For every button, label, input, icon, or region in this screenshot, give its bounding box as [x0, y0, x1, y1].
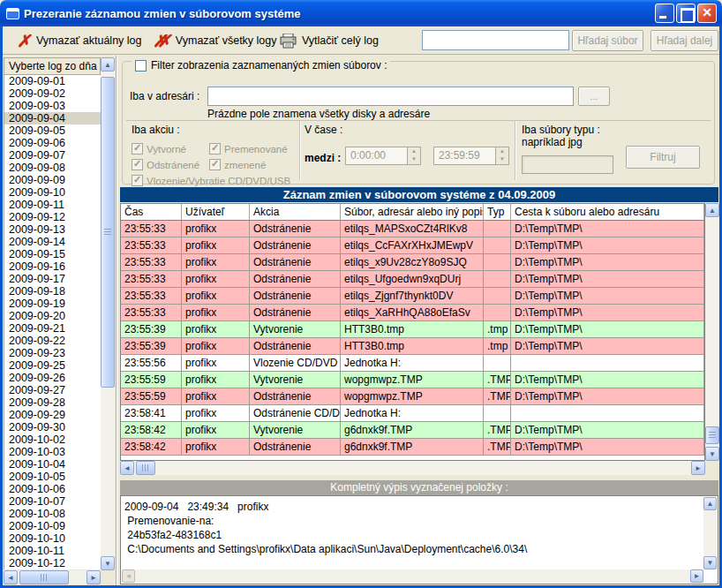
sidebar-date-item[interactable]: 2009-09-09 [4, 174, 101, 186]
table-row[interactable]: 23:55:56 profikx Vlozenie CD/DVD do Jedn… [121, 355, 704, 372]
scroll-down-icon[interactable]: ▼ [705, 447, 719, 461]
sidebar-date-item[interactable]: 2009-09-06 [4, 137, 101, 149]
sidebar-date-item[interactable]: 2009-10-06 [4, 483, 101, 495]
scroll-right-icon[interactable]: ► [690, 569, 703, 583]
sidebar-date-item[interactable]: 2009-10-04 [4, 458, 101, 471]
table-row[interactable]: 23:55:33 profikx Odstránenie etilqs_MAPS… [121, 221, 704, 237]
table-vscroll-thumb[interactable] [705, 426, 719, 444]
sidebar-date-item[interactable]: 2009-09-15 [4, 248, 101, 260]
sidebar-date-item[interactable]: 2009-09-13 [4, 223, 101, 236]
col-header-action[interactable]: Akcia [250, 204, 341, 221]
col-header-path[interactable]: Cesta k súboru alebo adresáru [511, 204, 704, 221]
sidebar-date-item[interactable]: 2009-09-02 [4, 87, 101, 100]
sidebar-hscrollbar[interactable]: ◄ ► [4, 570, 101, 584]
table-row[interactable]: 23:58:42 profikx Vytvorenie g6dnxk9f.TMP… [121, 422, 704, 439]
sidebar-date-item[interactable]: 2009-09-30 [4, 421, 101, 433]
sidebar-vscroll-thumb[interactable] [101, 77, 115, 388]
table-row[interactable]: 23:55:33 profikx Odstránenie etilqs_Zjgn… [121, 288, 704, 305]
filter-apply-button[interactable]: Filtruj [626, 146, 700, 169]
sidebar-vscrollbar[interactable]: ▲ ▼ [101, 57, 115, 570]
action-checkbox[interactable]: Premenované [209, 143, 295, 155]
sidebar-date-item[interactable]: 2009-09-25 [4, 359, 101, 372]
scroll-right-icon[interactable]: ► [86, 570, 101, 584]
directory-input[interactable] [207, 87, 574, 106]
col-header-user[interactable]: Užívateľ [182, 204, 250, 221]
detail-hscrollbar[interactable]: ◄ ► [122, 569, 703, 583]
table-row[interactable]: 23:55:33 profikx Odstránenie etilqs_Ufgo… [121, 271, 704, 288]
sidebar-date-item[interactable]: 2009-09-22 [4, 335, 101, 347]
scroll-up-icon[interactable]: ▲ [705, 203, 719, 217]
sidebar-date-item[interactable]: 2009-09-18 [4, 285, 101, 298]
maximize-button[interactable] [676, 4, 696, 23]
sidebar-date-item[interactable]: 2009-09-04 [4, 112, 101, 124]
scroll-down-icon[interactable]: ▼ [101, 556, 115, 570]
action-checkbox[interactable]: Vlozenie/Vybratie CD/DVD/USB [132, 175, 295, 186]
spinner-arrows-icon[interactable]: ▲▼ [495, 147, 508, 164]
table-row[interactable]: 23:55:59 profikx Odstránenie wopgmwpz.TM… [121, 388, 704, 405]
table-row[interactable]: 23:55:39 profikx Odstránenie HTT3B0.tmp … [121, 338, 704, 355]
table-row[interactable]: 23:55:33 profikx Odstránenie etilqs_x9Uv… [121, 254, 704, 271]
clear-all-logs-button[interactable]: ✗✗ Vymazať všetky logy [149, 29, 281, 52]
sidebar-date-item[interactable]: 2009-10-08 [4, 508, 101, 520]
sidebar-date-item[interactable]: 2009-10-02 [4, 433, 101, 446]
sidebar-date-item[interactable]: 2009-10-03 [4, 446, 101, 458]
sidebar-date-item[interactable]: 2009-09-11 [4, 199, 101, 211]
close-button[interactable] [697, 4, 717, 23]
sidebar-date-item[interactable]: 2009-09-08 [4, 162, 101, 174]
table-hscroll-thumb[interactable] [136, 461, 155, 475]
scroll-up-icon[interactable]: ▲ [101, 57, 115, 72]
scroll-down-icon[interactable]: ▼ [703, 556, 717, 569]
table-row[interactable]: 23:55:33 profikx Odstránenie etilqs_CcFA… [121, 237, 704, 254]
sidebar-date-item[interactable]: 2009-09-26 [4, 372, 101, 384]
sidebar-date-item[interactable]: 2009-09-16 [4, 260, 101, 273]
minimize-button[interactable] [655, 4, 674, 23]
sidebar-date-item[interactable]: 2009-09-20 [4, 310, 101, 322]
search-input[interactable] [422, 30, 569, 50]
col-header-file[interactable]: Súbor, adresár alebo iný popis [341, 204, 484, 221]
table-row[interactable]: 23:55:59 profikx Vytvorenie wopgmwpz.TMP… [121, 372, 704, 388]
sidebar-date-item[interactable]: 2009-10-10 [4, 532, 101, 545]
sidebar-date-item[interactable]: 2009-10-12 [4, 557, 101, 569]
sidebar-date-item[interactable]: 2009-09-07 [4, 149, 101, 162]
sidebar-date-item[interactable]: 2009-09-05 [4, 124, 101, 137]
action-checkbox[interactable]: Odstránené [132, 159, 209, 170]
sidebar-date-item[interactable]: 2009-09-01 [4, 75, 101, 87]
filter-enable-checkbox[interactable] [135, 60, 147, 72]
action-checkbox[interactable]: Vytvorné [132, 143, 209, 155]
scroll-left-icon[interactable]: ◄ [120, 461, 134, 475]
sidebar-date-item[interactable]: 2009-10-07 [4, 495, 101, 508]
time-from-spinner[interactable]: 0:00:00 ▲▼ [345, 147, 421, 165]
sidebar-date-item[interactable]: 2009-09-10 [4, 186, 101, 199]
scroll-left-icon[interactable]: ◄ [4, 570, 18, 584]
scroll-right-icon[interactable]: ► [691, 461, 705, 475]
sidebar-hscroll-thumb[interactable] [19, 570, 69, 584]
table-vscrollbar[interactable]: ▲ ▼ [705, 203, 719, 461]
find-file-button[interactable]: Hľadaj súbor [572, 30, 643, 51]
table-row[interactable]: 23:58:42 profikx Odstránenie g6dnxk9f.TM… [121, 439, 704, 456]
sidebar-date-item[interactable]: 2009-09-03 [4, 100, 101, 112]
find-next-button[interactable]: Hľadaj dalej [651, 30, 718, 51]
sidebar-date-item[interactable]: 2009-10-11 [4, 545, 101, 557]
table-hscrollbar[interactable]: ◄ ► [120, 461, 705, 475]
table-row[interactable]: 23:55:39 profikx Vytvorenie HTT3B0.tmp .… [121, 321, 704, 338]
sidebar-date-item[interactable]: 2009-09-29 [4, 409, 101, 421]
file-type-input[interactable] [522, 155, 613, 174]
clear-current-log-button[interactable]: ✗ Vymazať aktuálny log [13, 29, 145, 52]
table-row[interactable]: 23:58:41 profikx Odstránenie CD/DVD Jedn… [121, 405, 704, 422]
sidebar-date-item[interactable]: 2009-09-12 [4, 211, 101, 223]
sidebar-date-item[interactable]: 2009-09-17 [4, 273, 101, 285]
spinner-arrows-icon[interactable]: ▲▼ [407, 147, 420, 164]
action-checkbox[interactable]: zmenené [209, 159, 295, 170]
col-header-time[interactable]: Čas [121, 204, 182, 221]
sidebar-date-item[interactable]: 2009-09-23 [4, 347, 101, 359]
scroll-left-icon[interactable]: ◄ [122, 569, 135, 583]
table-row[interactable]: 23:55:33 profikx Odstránenie etilqs_XaRH… [121, 305, 704, 321]
sidebar-date-item[interactable]: 2009-09-14 [4, 236, 101, 248]
col-header-type[interactable]: Typ [484, 204, 511, 221]
print-log-button[interactable]: Vytlačiť celý log [276, 29, 382, 52]
detail-vscrollbar[interactable]: ▲ ▼ [703, 497, 717, 569]
sidebar-date-item[interactable]: 2009-09-27 [4, 384, 101, 396]
sidebar-date-item[interactable]: 2009-09-19 [4, 298, 101, 310]
sidebar-date-item[interactable]: 2009-10-05 [4, 471, 101, 483]
sidebar-date-item[interactable]: 2009-09-21 [4, 322, 101, 335]
